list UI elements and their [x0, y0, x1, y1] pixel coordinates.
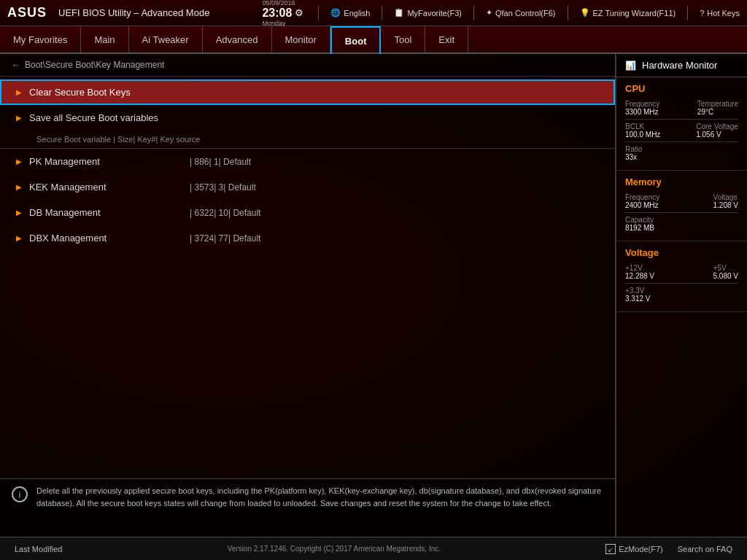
last-modified-label: Last Modified — [15, 545, 62, 553]
top-bar-right: 05/09/2016 23:08 ⚙ Monday 🌐 English 📋 My… — [262, 0, 740, 27]
cpu-row-1: Frequency 3300 MHz Temperature 29°C — [625, 100, 738, 116]
mem-freq-label: Frequency — [625, 193, 659, 201]
hotkeys-label: Hot Keys — [707, 9, 740, 18]
date-label: 05/09/2016 — [262, 0, 295, 7]
hw-monitor-icon: 📊 — [625, 61, 636, 71]
nav-item-advanced[interactable]: Advanced — [203, 26, 272, 52]
item-name: DBX Management — [29, 233, 190, 244]
sidebar-section-cpu: CPU Frequency 3300 MHz Temperature 29°C … — [616, 77, 747, 171]
menu-item-pk-mgmt[interactable]: ▶ PK Management | 886| 1| Default — [0, 149, 615, 174]
bclk-value: 100.0 MHz — [625, 131, 660, 139]
ratio-value: 33x — [625, 153, 642, 161]
nav-item-main[interactable]: Main — [81, 26, 128, 52]
divider — [625, 212, 738, 213]
capacity-value: 8192 MB — [625, 224, 654, 232]
mem-freq-value: 2400 MHz — [625, 201, 659, 209]
sidebar-title-label: Hardware Monitor — [642, 60, 717, 71]
content-area: ← Boot\Secure Boot\Key Management ▶ Clea… — [0, 54, 747, 537]
copyright-text: Version 2.17.1246. Copyright (C) 2017 Am… — [228, 545, 441, 553]
divider — [625, 141, 738, 142]
menu-item-dbx-mgmt[interactable]: ▶ DBX Management | 3724| 77| Default — [0, 225, 615, 251]
nav-bar: My Favorites Main Ai Tweaker Advanced Mo… — [0, 26, 747, 54]
search-faq-label: Search on FAQ — [678, 545, 732, 553]
nav-item-ai-tweaker[interactable]: Ai Tweaker — [129, 26, 203, 52]
time-label: 23:08 — [262, 7, 292, 20]
sidebar: 📊 Hardware Monitor CPU Frequency 3300 MH… — [616, 54, 747, 537]
arrow-icon: ▶ — [16, 234, 22, 242]
nav-item-monitor[interactable]: Monitor — [272, 26, 330, 52]
bios-title: UEFI BIOS Utility – Advanced Mode — [58, 7, 209, 18]
cpu-row-3: Ratio 33x — [625, 145, 738, 161]
bottom-bar: Last Modified Version 2.17.1246. Copyrig… — [0, 537, 747, 560]
qfan-button[interactable]: ✦ Qfan Control(F6) — [486, 8, 556, 18]
item-value: | 3573| 3| Default — [190, 182, 256, 192]
33v-label: +3.3V — [625, 287, 650, 295]
main-wrapper: ASUS UEFI BIOS Utility – Advanced Mode 0… — [0, 0, 747, 560]
divider — [473, 6, 474, 20]
ezmode-icon: ↙ — [605, 544, 616, 554]
memory-row-1: Frequency 2400 MHz Voltage 1.208 V — [625, 193, 738, 209]
5v-label: +5V — [713, 264, 738, 272]
main-panel: ← Boot\Secure Boot\Key Management ▶ Clea… — [0, 54, 616, 537]
qfan-icon: ✦ — [486, 8, 492, 18]
core-voltage-label: Core Voltage — [696, 122, 738, 131]
bottom-bar-left: Last Modified — [15, 545, 62, 553]
menu-item-db-mgmt[interactable]: ▶ DB Management | 6322| 10| Default — [0, 200, 615, 225]
nav-item-boot[interactable]: Boot — [330, 26, 382, 54]
last-modified-button[interactable]: Last Modified — [15, 545, 62, 553]
voltage-row-1: +12V 12.288 V +5V 5.080 V — [625, 264, 738, 280]
hotkeys-icon: ? — [700, 9, 704, 18]
breadcrumb-path: Boot\Secure Boot\Key Management — [25, 60, 164, 70]
nav-item-tool[interactable]: Tool — [381, 26, 425, 52]
eztuning-label: EZ Tuning Wizard(F11) — [593, 9, 676, 18]
myfavorite-label: MyFavorite(F3) — [407, 9, 462, 18]
item-value: | 6322| 10| Default — [190, 208, 260, 218]
ezmode-label: EzMode(F7) — [619, 545, 663, 553]
myfavorite-button[interactable]: 📋 MyFavorite(F3) — [394, 8, 462, 18]
cpu-section-title: CPU — [625, 83, 738, 94]
language-label: English — [344, 9, 370, 18]
bottom-bar-right: ↙ EzMode(F7) Search on FAQ — [605, 544, 732, 554]
menu-item-save-all[interactable]: ▶ Save all Secure Boot variables — [0, 105, 615, 131]
divider — [382, 6, 382, 20]
bclk-label: BCLK — [625, 122, 660, 131]
divider — [568, 6, 568, 20]
arrow-icon: ▶ — [16, 158, 22, 166]
ezmode-button[interactable]: ↙ EzMode(F7) — [605, 544, 663, 554]
menu-item-kek-mgmt[interactable]: ▶ KEK Management | 3573| 3| Default — [0, 174, 615, 200]
asus-logo: ASUS — [7, 5, 47, 20]
gear-icon[interactable]: ⚙ — [295, 7, 303, 18]
breadcrumb: ← Boot\Secure Boot\Key Management — [0, 54, 615, 77]
cpu-temp-label: Temperature — [697, 100, 738, 108]
item-name: Save all Secure Boot variables — [29, 112, 190, 123]
memory-row-2: Capacity 8192 MB — [625, 216, 738, 232]
table-header: Secure Boot variable | Size| Key#| Key s… — [0, 131, 615, 149]
arrow-icon: ▶ — [16, 209, 22, 217]
arrow-icon: ▶ — [16, 88, 22, 96]
hotkeys-button[interactable]: ? Hot Keys — [700, 9, 740, 18]
memory-section-title: Memory — [625, 176, 738, 187]
divider — [318, 6, 319, 20]
cpu-freq-value: 3300 MHz — [625, 108, 659, 116]
language-icon: 🌐 — [330, 8, 341, 18]
arrow-icon: ▶ — [16, 114, 22, 122]
12v-value: 12.288 V — [625, 272, 654, 280]
divider — [687, 6, 688, 20]
item-name: KEK Management — [29, 182, 190, 192]
nav-item-my-favorites[interactable]: My Favorites — [0, 26, 81, 52]
info-bar: i Delete all the previously applied secu… — [0, 478, 615, 537]
mem-voltage-label: Voltage — [713, 193, 738, 201]
ratio-label: Ratio — [625, 145, 642, 153]
eztuning-icon: 💡 — [580, 8, 590, 18]
5v-value: 5.080 V — [713, 272, 738, 280]
voltage-row-2: +3.3V 3.312 V — [625, 287, 738, 303]
back-arrow-icon[interactable]: ← — [12, 60, 20, 70]
language-selector[interactable]: 🌐 English — [330, 8, 370, 18]
menu-item-clear-secure-boot[interactable]: ▶ Clear Secure Boot Keys — [0, 79, 615, 105]
search-faq-button[interactable]: Search on FAQ — [678, 544, 732, 554]
33v-value: 3.312 V — [625, 295, 650, 303]
item-value: | 3724| 77| Default — [190, 233, 260, 244]
eztuning-button[interactable]: 💡 EZ Tuning Wizard(F11) — [580, 8, 676, 18]
item-name: Clear Secure Boot Keys — [29, 87, 190, 98]
nav-item-exit[interactable]: Exit — [425, 26, 468, 52]
